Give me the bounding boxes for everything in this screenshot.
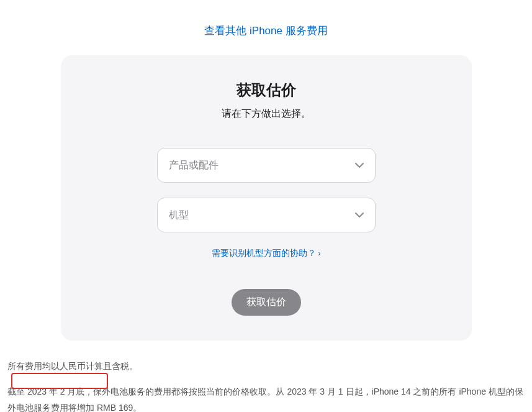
chevron-down-icon <box>355 163 364 168</box>
product-select-wrap: 产品或配件 <box>157 148 376 183</box>
other-services-link[interactable]: 查看其他 iPhone 服务费用 <box>204 25 327 37</box>
model-select[interactable]: 机型 <box>157 198 376 232</box>
model-select-placeholder: 机型 <box>169 209 189 222</box>
get-estimate-button[interactable]: 获取估价 <box>232 289 301 316</box>
help-link-text: 需要识别机型方面的协助？ <box>212 248 316 258</box>
card-subtitle: 请在下方做出选择。 <box>86 108 447 121</box>
model-select-wrap: 机型 <box>157 198 376 232</box>
footer-text: 所有费用均以人民币计算且含税。 截至 2023 年 2 月底，保外电池服务的费用… <box>0 341 532 412</box>
estimate-card: 获取估价 请在下方做出选择。 产品或配件 机型 需要识别机型方面的协助？› 获取… <box>61 55 472 341</box>
footer-line-1: 所有费用均以人民币计算且含税。 <box>7 358 525 375</box>
identify-model-help-link[interactable]: 需要识别机型方面的协助？› <box>212 248 321 258</box>
chevron-down-icon <box>355 213 364 217</box>
chevron-right-icon: › <box>318 249 321 258</box>
top-link-container: 查看其他 iPhone 服务费用 <box>0 0 532 55</box>
product-select-placeholder: 产品或配件 <box>169 159 219 172</box>
help-link-container: 需要识别机型方面的协助？› <box>86 247 447 259</box>
product-select[interactable]: 产品或配件 <box>157 148 376 183</box>
footer-line-2: 截至 2023 年 2 月底，保外电池服务的费用都将按照当前的价格收取。从 20… <box>7 383 525 412</box>
card-title: 获取估价 <box>86 80 447 100</box>
